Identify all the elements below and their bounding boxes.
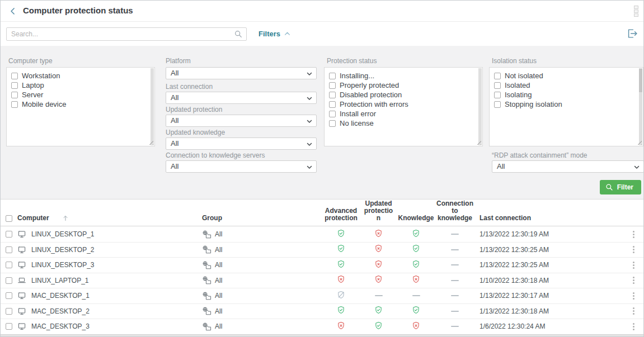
checkbox[interactable] — [494, 73, 501, 79]
checkbox[interactable] — [329, 101, 336, 108]
checkbox[interactable] — [329, 73, 336, 79]
row-checkbox[interactable] — [6, 323, 12, 330]
isolation-status-option-label: Isolating — [505, 91, 532, 99]
protection-status-option[interactable]: No license — [329, 118, 478, 128]
protection-status-option-label: Disabled protection — [340, 91, 402, 99]
isolation-status-option[interactable]: Not isolated — [494, 71, 638, 80]
computer-name[interactable]: LINUX_DESKTOP_1 — [31, 230, 95, 238]
column-knowledge[interactable]: Knowledge — [398, 215, 435, 222]
checkbox[interactable] — [11, 101, 18, 108]
computer-type-option[interactable]: Server — [11, 90, 150, 99]
group-name: All — [215, 246, 222, 254]
shield-ok-icon — [412, 260, 420, 270]
computer-name[interactable]: MAC_DESKTOP_1 — [31, 292, 90, 300]
checkbox[interactable] — [329, 111, 336, 117]
connection-knowledge-servers-select[interactable]: All — [166, 160, 317, 173]
row-checkbox[interactable] — [6, 277, 12, 284]
computer-protection-status-page: Computer protection status Filters Compu… — [0, 0, 644, 337]
column-computer[interactable]: Computer — [17, 214, 49, 222]
last-connection-select[interactable]: All — [166, 92, 317, 104]
computer-type-option-label: Workstation — [22, 72, 60, 80]
scrollbar-thumb[interactable] — [639, 69, 642, 92]
group-name: All — [215, 261, 222, 269]
protection-status-option[interactable]: Installing... — [329, 71, 478, 80]
export-icon[interactable] — [626, 27, 638, 40]
filters-toggle[interactable]: Filters — [258, 30, 291, 38]
shield-ok-icon — [412, 306, 420, 316]
shield-error-icon — [374, 229, 383, 240]
window-menu-icon[interactable] — [634, 5, 638, 17]
shield-ok-icon — [374, 306, 383, 316]
row-checkbox[interactable] — [6, 262, 12, 268]
shield-ok-icon — [337, 306, 345, 316]
checkbox[interactable] — [11, 73, 18, 79]
group-name: All — [215, 322, 222, 330]
checkbox[interactable] — [329, 120, 336, 127]
row-menu-icon[interactable] — [632, 305, 636, 317]
computer-name[interactable]: LINUX_DESKTOP_3 — [31, 261, 95, 269]
last-connection-label: Last connection — [166, 83, 213, 91]
row-menu-icon[interactable] — [632, 321, 636, 333]
column-group[interactable]: Group — [202, 214, 322, 222]
computer-name[interactable]: MAC_DESKTOP_3 — [31, 322, 90, 330]
isolation-status-label: Isolation status — [492, 57, 537, 65]
isolation-status-options: Not isolatedIsolatedIsolatingStopping is… — [494, 71, 638, 109]
scrollbar[interactable] — [478, 68, 482, 145]
computer-name[interactable]: MAC_DESKTOP_2 — [31, 307, 90, 315]
checkbox[interactable] — [494, 92, 501, 98]
protection-status-option[interactable]: Disabled protection — [329, 90, 478, 99]
row-menu-icon[interactable] — [632, 244, 636, 255]
updated-protection-select[interactable]: All — [166, 115, 317, 127]
connection-knowledge-servers-label: Connection to knowledge servers — [166, 151, 265, 159]
row-menu-icon[interactable] — [632, 259, 636, 271]
checkbox[interactable] — [494, 82, 501, 89]
row-menu-icon[interactable] — [632, 274, 636, 286]
group-name: All — [215, 292, 222, 300]
search-icon — [605, 183, 613, 191]
platform-value: All — [171, 69, 178, 77]
shield-ok-icon — [337, 260, 345, 270]
protection-status-options: Installing...Properly protectedDisabled … — [329, 71, 478, 128]
search-icon[interactable] — [234, 30, 243, 41]
row-checkbox[interactable] — [6, 308, 12, 315]
filter-button[interactable]: Filter — [600, 180, 641, 194]
shield-disabled-icon — [337, 291, 345, 301]
isolation-status-option[interactable]: Stopping isolation — [494, 99, 638, 109]
scrollbar[interactable] — [151, 68, 154, 145]
select-all-checkbox[interactable] — [6, 215, 12, 222]
computer-type-option-label: Server — [22, 91, 43, 99]
checkbox[interactable] — [329, 82, 336, 89]
rdp-mode-select[interactable]: All — [492, 160, 644, 173]
checkbox[interactable] — [494, 101, 501, 108]
group-name: All — [215, 307, 222, 315]
back-icon[interactable] — [7, 6, 18, 17]
column-updated-protection[interactable]: Updated protection — [363, 200, 395, 222]
isolation-status-option[interactable]: Isolating — [494, 90, 638, 99]
row-checkbox[interactable] — [6, 231, 12, 238]
column-advanced-protection[interactable]: Advanced protection — [324, 207, 359, 222]
sort-ascending-icon[interactable] — [62, 215, 69, 222]
row-checkbox[interactable] — [6, 246, 12, 253]
column-connection-to-knowledge[interactable]: Connection to knowledge — [436, 200, 474, 222]
computer-type-option[interactable]: Laptop — [11, 80, 150, 90]
row-checkbox[interactable] — [6, 292, 12, 299]
checkbox[interactable] — [11, 82, 18, 89]
computer-type-option[interactable]: Workstation — [11, 71, 150, 80]
checkbox[interactable] — [11, 92, 18, 98]
updated-knowledge-select[interactable]: All — [166, 137, 317, 150]
search-input[interactable] — [6, 27, 247, 41]
isolation-status-option[interactable]: Isolated — [494, 80, 638, 90]
computer-type-option[interactable]: Mobile device — [11, 99, 150, 109]
computer-name[interactable]: LINUX_LAPTOP_1 — [31, 277, 89, 284]
computer-name[interactable]: LINUX_DESKTOP_2 — [31, 246, 95, 254]
protection-status-option[interactable]: Protection with errors — [329, 99, 478, 109]
row-menu-icon[interactable] — [632, 290, 636, 302]
no-data-dash — [451, 311, 459, 312]
row-menu-icon[interactable] — [632, 229, 636, 240]
platform-select[interactable]: All — [166, 67, 317, 79]
protection-status-option[interactable]: Properly protected — [329, 80, 478, 90]
no-data-dash — [451, 326, 459, 327]
protection-status-option[interactable]: Install error — [329, 109, 478, 118]
checkbox[interactable] — [329, 92, 336, 98]
column-last-connection[interactable]: Last connection — [475, 214, 623, 222]
